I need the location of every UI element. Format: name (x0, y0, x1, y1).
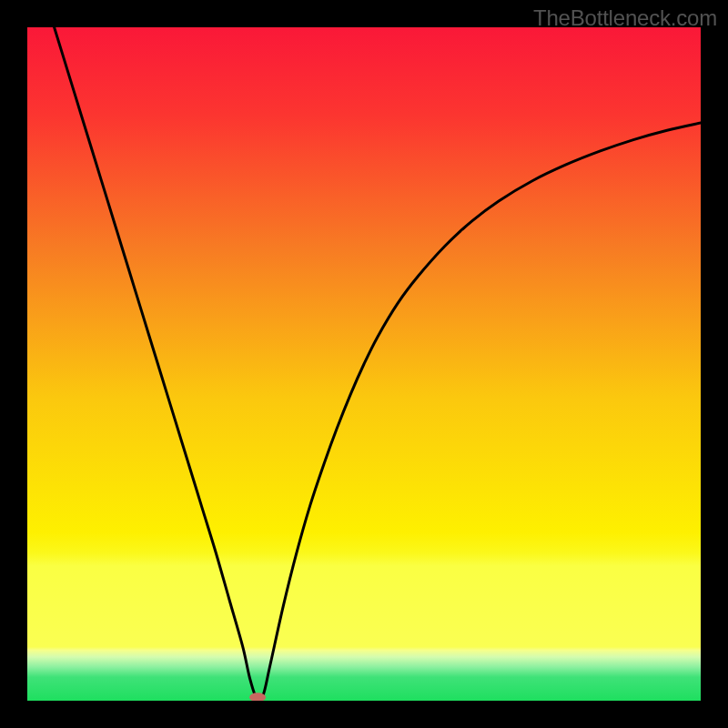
chart-container: TheBottleneck.com (0, 0, 728, 728)
watermark-text: TheBottleneck.com (533, 5, 717, 31)
chart-svg (27, 27, 701, 701)
plot-area (27, 27, 701, 701)
